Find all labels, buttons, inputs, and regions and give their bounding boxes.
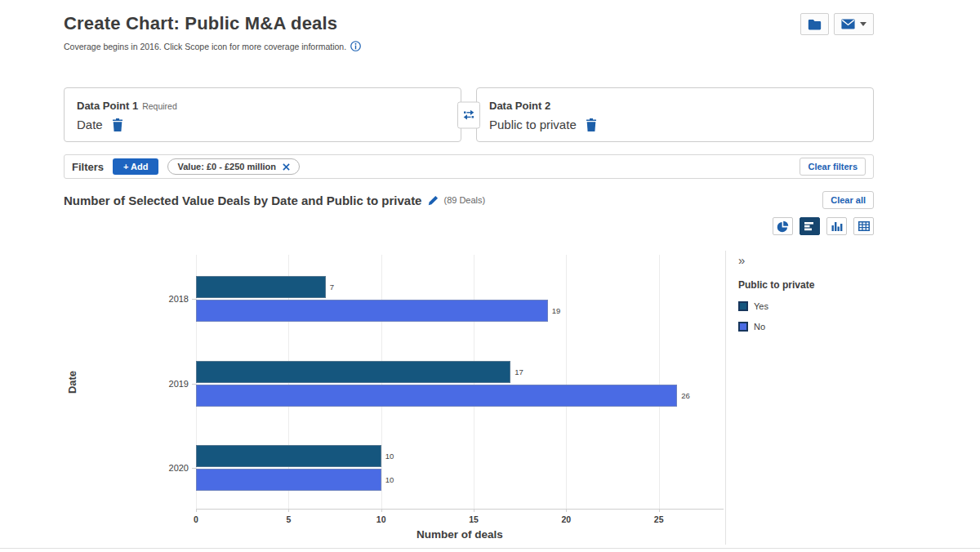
main-content: Create Chart: Public M&A deals Coverage … — [64, 0, 874, 552]
filter-chip-value[interactable]: Value: £0 - £250 million — [167, 158, 299, 175]
chart-bar[interactable] — [196, 385, 677, 407]
x-axis-tick-label: 5 — [286, 514, 291, 524]
chart-bar[interactable] — [196, 445, 381, 467]
trash-icon[interactable] — [586, 118, 597, 131]
bar-value-label: 19 — [552, 300, 561, 322]
bar-value-label: 10 — [385, 469, 394, 491]
email-button[interactable] — [834, 13, 874, 35]
pencil-icon — [428, 195, 439, 206]
column-chart-icon[interactable] — [826, 217, 847, 235]
legend-title: Public to private — [738, 279, 874, 291]
horizontal-bar-chart-icon[interactable] — [800, 217, 820, 235]
bar-value-label: 7 — [330, 276, 334, 298]
bottom-divider — [0, 548, 980, 549]
plot-area: 051015202520187192019172620201010 — [196, 255, 724, 510]
bar-value-label: 10 — [385, 445, 394, 467]
swap-wrap — [461, 87, 476, 142]
x-axis-tick-label: 10 — [376, 514, 386, 524]
chart-bar[interactable] — [196, 361, 510, 383]
legend-item-yes[interactable]: Yes — [738, 301, 874, 311]
legend-items: YesNo — [738, 301, 874, 332]
bar-value-label: 26 — [681, 385, 690, 407]
legend-item-no[interactable]: No — [738, 322, 874, 332]
legend-item-label: No — [754, 322, 765, 332]
filters-label: Filters — [72, 161, 104, 173]
table-icon[interactable] — [853, 217, 874, 235]
y-axis-category-label: 2019 — [169, 379, 189, 389]
header-actions — [800, 13, 874, 35]
trash-icon[interactable] — [112, 118, 123, 131]
page-title: Create Chart: Public M&A deals — [64, 13, 337, 34]
chart-gridline — [566, 255, 567, 509]
bar-value-label: 17 — [514, 361, 523, 383]
x-axis-tick — [196, 509, 197, 512]
x-axis-tick-label: 0 — [194, 514, 198, 524]
data-point-2-box[interactable]: Data Point 2 Public to private — [476, 87, 874, 142]
info-icon[interactable] — [350, 41, 361, 51]
coverage-note-text: Coverage begins in 2016. Click Scope ico… — [64, 42, 346, 51]
x-axis-tick — [659, 509, 660, 512]
data-points-row: Data Point 1Required Date Data Point 2 P… — [64, 87, 874, 142]
save-to-folder-button[interactable] — [800, 13, 829, 35]
chart-type-switcher — [64, 217, 874, 235]
mail-icon — [841, 19, 855, 29]
chart-header-row: Number of Selected Value Deals by Date a… — [64, 191, 874, 209]
folder-icon — [808, 19, 822, 30]
edit-title-button[interactable] — [428, 195, 439, 206]
pie-chart-icon[interactable] — [773, 217, 793, 235]
clear-filters-button[interactable]: Clear filters — [800, 158, 866, 176]
legend-item-label: Yes — [754, 301, 768, 311]
x-axis-tick-label: 20 — [561, 514, 571, 524]
x-axis-tick — [474, 509, 474, 512]
chevrons-right-icon[interactable]: » — [738, 254, 874, 266]
x-axis-tick — [566, 509, 567, 512]
chart-bar[interactable] — [196, 300, 548, 322]
x-axis-tick-label: 15 — [469, 514, 479, 524]
x-axis-tick-label: 25 — [654, 514, 664, 524]
chart-gridline — [659, 255, 660, 509]
add-filter-button[interactable]: + Add — [113, 158, 158, 175]
caret-down-icon — [860, 22, 866, 26]
data-point-2-value: Public to private — [489, 118, 577, 131]
swap-arrows-icon — [462, 109, 475, 121]
chart-bar[interactable] — [196, 276, 326, 298]
data-point-1-required: Required — [142, 101, 177, 111]
y-axis-label: Date — [66, 371, 78, 394]
chart-legend: » Public to private YesNo — [725, 251, 874, 545]
y-axis-category-label: 2018 — [169, 294, 189, 304]
data-point-2-header: Data Point 2 — [489, 98, 861, 113]
deals-count: (89 Deals) — [443, 195, 485, 205]
chart-bar[interactable] — [196, 469, 381, 491]
coverage-note: Coverage begins in 2016. Click Scope ico… — [64, 41, 874, 51]
filters-bar: Filters + Add Value: £0 - £250 million C… — [64, 154, 874, 179]
legend-swatch — [738, 301, 748, 311]
swap-data-points-button[interactable] — [457, 101, 480, 128]
data-point-1-label: Data Point 1 — [77, 100, 138, 112]
clear-all-button[interactable]: Clear all — [822, 191, 874, 209]
data-point-1-box[interactable]: Data Point 1Required Date — [64, 87, 461, 142]
page-header: Create Chart: Public M&A deals — [64, 13, 874, 35]
data-point-1-header: Data Point 1Required — [77, 98, 448, 113]
x-axis-tick — [381, 509, 382, 512]
close-icon[interactable] — [283, 163, 290, 171]
x-axis-label: Number of deals — [196, 528, 724, 541]
legend-swatch — [738, 322, 748, 332]
filter-chip-label: Value: £0 - £250 million — [177, 162, 275, 171]
data-point-2-label: Data Point 2 — [489, 100, 550, 112]
data-point-1-value: Date — [77, 118, 103, 131]
x-axis-tick — [288, 509, 289, 512]
chart-section: Date 051015202520187192019172620201010 N… — [64, 251, 874, 552]
chart-title: Number of Selected Value Deals by Date a… — [64, 194, 421, 207]
y-axis-category-label: 2020 — [169, 463, 189, 473]
